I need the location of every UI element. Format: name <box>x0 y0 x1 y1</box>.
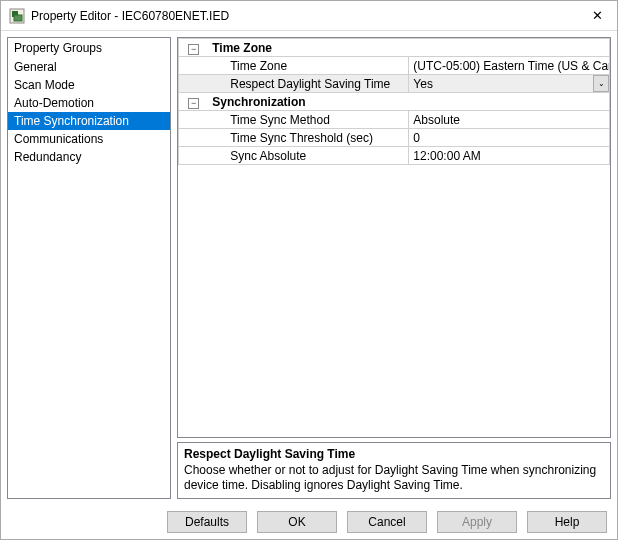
property-value[interactable]: Absolute <box>413 113 460 127</box>
cancel-button[interactable]: Cancel <box>347 511 427 533</box>
property-row-respect-dst[interactable]: Respect Daylight Saving Time Yes ⌄ <box>179 75 610 93</box>
sidebar-item-time-synchronization[interactable]: Time Synchronization <box>8 112 170 130</box>
property-value[interactable]: Yes <box>413 77 433 91</box>
property-row-time-sync-threshold[interactable]: Time Sync Threshold (sec) 0 <box>179 129 610 147</box>
defaults-button[interactable]: Defaults <box>167 511 247 533</box>
dropdown-button[interactable]: ⌄ <box>593 75 609 92</box>
button-bar: Defaults OK Cancel Apply Help <box>1 505 617 539</box>
window-title: Property Editor - IEC60780ENET.IED <box>31 9 583 23</box>
sidebar-item-label: Communications <box>14 132 103 146</box>
description-body: Choose whether or not to adjust for Dayl… <box>184 463 604 494</box>
sidebar-header: Property Groups <box>8 38 170 58</box>
sidebar-item-label: General <box>14 60 57 74</box>
sidebar-item-communications[interactable]: Communications <box>8 130 170 148</box>
chevron-down-icon: ⌄ <box>598 79 605 88</box>
description-pane: Respect Daylight Saving Time Choose whet… <box>177 442 611 499</box>
sidebar-item-redundancy[interactable]: Redundancy <box>8 148 170 166</box>
category-label: Synchronization <box>212 95 305 109</box>
property-row-sync-absolute[interactable]: Sync Absolute 12:00:00 AM <box>179 147 610 165</box>
sidebar-item-scan-mode[interactable]: Scan Mode <box>8 76 170 94</box>
property-editor-window: Property Editor - IEC60780ENET.IED ✕ Pro… <box>0 0 618 540</box>
property-value[interactable]: 12:00:00 AM <box>413 149 480 163</box>
collapse-icon[interactable]: − <box>188 98 199 109</box>
sidebar-item-label: Time Synchronization <box>14 114 129 128</box>
category-label: Time Zone <box>212 41 272 55</box>
property-name: Time Zone <box>230 59 287 73</box>
sidebar-item-auto-demotion[interactable]: Auto-Demotion <box>8 94 170 112</box>
close-icon: ✕ <box>592 8 603 23</box>
svg-rect-2 <box>14 15 22 21</box>
property-row-time-sync-method[interactable]: Time Sync Method Absolute <box>179 111 610 129</box>
property-name: Time Sync Method <box>230 113 330 127</box>
property-grid: − Time Zone Time Zone (UTC-05:00) Easter… <box>177 37 611 438</box>
property-row-time-zone[interactable]: Time Zone (UTC-05:00) Eastern Time (US &… <box>179 57 610 75</box>
collapse-icon[interactable]: − <box>188 44 199 55</box>
category-row-time-zone[interactable]: − Time Zone <box>179 39 610 57</box>
sidebar-item-label: Redundancy <box>14 150 81 164</box>
right-column: − Time Zone Time Zone (UTC-05:00) Easter… <box>177 37 611 499</box>
property-value[interactable]: (UTC-05:00) Eastern Time (US & Canada) <box>413 59 609 73</box>
help-button[interactable]: Help <box>527 511 607 533</box>
app-icon <box>9 8 25 24</box>
sidebar: Property Groups General Scan Mode Auto-D… <box>7 37 171 499</box>
titlebar: Property Editor - IEC60780ENET.IED ✕ <box>1 1 617 31</box>
apply-button[interactable]: Apply <box>437 511 517 533</box>
content-area: Property Groups General Scan Mode Auto-D… <box>1 31 617 505</box>
property-name: Respect Daylight Saving Time <box>230 77 390 91</box>
close-button[interactable]: ✕ <box>583 5 611 27</box>
sidebar-item-label: Scan Mode <box>14 78 75 92</box>
ok-button[interactable]: OK <box>257 511 337 533</box>
property-name: Sync Absolute <box>230 149 306 163</box>
property-value[interactable]: 0 <box>413 131 420 145</box>
sidebar-item-label: Auto-Demotion <box>14 96 94 110</box>
property-name: Time Sync Threshold (sec) <box>230 131 373 145</box>
description-title: Respect Daylight Saving Time <box>184 447 604 461</box>
category-row-synchronization[interactable]: − Synchronization <box>179 93 610 111</box>
sidebar-item-general[interactable]: General <box>8 58 170 76</box>
